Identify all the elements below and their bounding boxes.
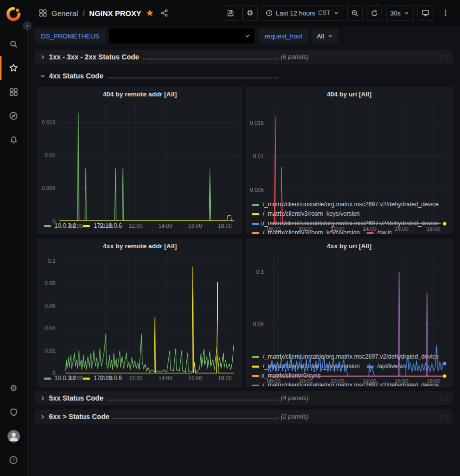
sidebar-item-profile[interactable]: [0, 424, 27, 448]
dashboard-toolbar: ⚙ Last 12 hours CST 30s: [223, 5, 453, 21]
panel-404-by-remote-addr: 404 by remote addr [All] 00.0050.010.015…: [37, 87, 242, 234]
sidebar-item-server-admin[interactable]: [0, 400, 27, 424]
svg-text:08:00: 08:00: [267, 226, 281, 232]
svg-text:?: ?: [12, 457, 14, 463]
help-icon: ?: [9, 456, 18, 465]
svg-text:18:00: 18:00: [427, 226, 441, 232]
variable-host-select[interactable]: [109, 28, 254, 43]
bell-icon: [9, 136, 18, 144]
svg-text:10:00: 10:00: [299, 226, 313, 232]
row-4xx[interactable]: 4xx Status Code: [35, 69, 453, 83]
variable-request-host-label[interactable]: request_host: [259, 28, 308, 43]
share-icon: [160, 9, 168, 17]
row-title: 4xx Status Code: [49, 72, 103, 80]
tv-mode-button[interactable]: [418, 5, 434, 21]
svg-text:12:00: 12:00: [129, 223, 143, 229]
sidebar-item-explore[interactable]: [0, 104, 27, 128]
zoom-out-icon: [351, 9, 359, 17]
time-range-label: Last 12 hours: [276, 9, 315, 17]
row-5xx[interactable]: 5xx Status Code (4 panels) ⋮⋮: [35, 391, 453, 405]
row-1xx-3xx-2xx[interactable]: 1xx - 3xx - 2xx Status Code (6 panels) ⋮…: [35, 50, 453, 64]
svg-text:16:00: 16:00: [395, 226, 409, 232]
svg-text:0: 0: [52, 218, 55, 224]
refresh-dashboard-button[interactable]: [367, 5, 382, 21]
star-icon: [9, 63, 18, 72]
chevron-down-icon: [333, 10, 339, 16]
sidebar-item-starred[interactable]: [0, 56, 27, 80]
dashboard-apps-icon[interactable]: [39, 9, 47, 17]
svg-text:14:00: 14:00: [158, 375, 172, 381]
dashboard-settings-button[interactable]: ⚙: [242, 5, 258, 21]
svg-text:0.05: 0.05: [253, 321, 264, 327]
avatar: [7, 430, 20, 443]
svg-text:0.01: 0.01: [45, 152, 55, 158]
svg-text:18:00: 18:00: [218, 375, 232, 381]
save-dashboard-button[interactable]: [223, 5, 238, 21]
kebab-icon: [442, 9, 449, 17]
panel-404-by-uri: 404 by uri [All] 00.0050.010.01508:0010:…: [246, 87, 453, 234]
row-drag-handle[interactable]: ⋮⋮: [438, 395, 450, 402]
breadcrumb-separator: /: [82, 9, 84, 17]
chevron-down-icon: [327, 33, 333, 39]
svg-text:08:00: 08:00: [69, 223, 83, 229]
panel-title[interactable]: 4xx by remote addr [All]: [38, 239, 242, 252]
svg-text:0.08: 0.08: [45, 280, 55, 286]
favorite-star-icon[interactable]: [146, 9, 154, 17]
panel-4xx-by-remote-addr: 4xx by remote addr [All] 00.020.040.060.…: [37, 239, 242, 387]
timeseries-chart-4xx-by-uri[interactable]: 00.050.108:0010:0012:0014:0016:0018:00: [246, 252, 452, 351]
dashboard-scroll-area[interactable]: 1xx - 3xx - 2xx Status Code (6 panels) ⋮…: [27, 46, 460, 476]
grafana-logo[interactable]: [4, 5, 22, 23]
svg-text:16:00: 16:00: [395, 378, 409, 384]
svg-text:16:00: 16:00: [188, 223, 202, 229]
variable-request-host-select[interactable]: All: [312, 28, 338, 43]
dashboard-variables-row: DS_PROMETHEUS request_host All: [27, 26, 460, 46]
svg-text:0.01: 0.01: [253, 153, 264, 159]
svg-text:0.015: 0.015: [41, 119, 55, 125]
panel-grid: 404 by remote addr [All] 00.0050.010.015…: [37, 87, 453, 387]
row-6xx[interactable]: 6xx > Status Code (2 panels) ⋮⋮: [35, 410, 453, 424]
panel-title[interactable]: 404 by uri [All]: [246, 87, 452, 100]
variable-request-host-value: All: [317, 32, 324, 40]
svg-text:18:00: 18:00: [218, 223, 232, 229]
row-drag-handle[interactable]: ⋮⋮: [438, 53, 450, 61]
time-range-picker[interactable]: Last 12 hours CST: [262, 5, 343, 21]
panel-title[interactable]: 4xx by uri [All]: [246, 239, 452, 252]
svg-text:0.1: 0.1: [256, 269, 264, 275]
svg-text:12:00: 12:00: [331, 226, 345, 232]
apps-icon: [39, 9, 47, 17]
sidebar-expand-button[interactable]: ›: [23, 21, 31, 30]
user-icon: [7, 430, 20, 443]
chevron-down-icon: [404, 10, 410, 16]
timeseries-chart-404-by-remote-addr[interactable]: 00.0050.010.01508:0010:0012:0014:0016:00…: [38, 100, 242, 220]
sidebar-item-alerting[interactable]: [0, 128, 27, 152]
compass-icon: [9, 111, 18, 120]
panel-title[interactable]: 404 by remote addr [All]: [38, 87, 242, 100]
breadcrumb: General / NGINX PROXY: [39, 9, 168, 17]
timeseries-chart-404-by-uri[interactable]: 00.0050.010.01508:0010:0012:0014:0016:00…: [246, 100, 452, 199]
variable-ds-prometheus-label[interactable]: DS_PROMETHEUS: [35, 28, 105, 43]
timeseries-chart-4xx-by-remote-addr[interactable]: 00.020.040.060.080.108:0010:0012:0014:00…: [38, 252, 242, 373]
breadcrumb-folder[interactable]: General: [51, 9, 78, 17]
sidebar-item-configuration[interactable]: ⚙: [0, 376, 27, 400]
svg-text:0.1: 0.1: [48, 258, 55, 264]
sidebar: ⚙ ?: [0, 0, 27, 476]
breadcrumb-dashboard-title[interactable]: NGINX PROXY: [89, 9, 141, 17]
share-button[interactable]: [160, 9, 168, 17]
svg-text:14:00: 14:00: [363, 378, 377, 384]
sidebar-item-help[interactable]: ?: [0, 448, 27, 472]
row-drag-handle[interactable]: ⋮⋮: [438, 413, 450, 421]
svg-text:10:00: 10:00: [299, 378, 313, 384]
svg-text:0: 0: [52, 370, 55, 376]
search-icon: [9, 40, 18, 48]
chevron-right-icon: [38, 54, 47, 60]
refresh-interval-picker[interactable]: 30s: [386, 5, 414, 21]
svg-text:14:00: 14:00: [158, 223, 172, 229]
sidebar-item-search[interactable]: [0, 32, 27, 56]
refresh-icon: [371, 9, 378, 17]
row-dotted-leader: [107, 74, 278, 78]
svg-text:0.015: 0.015: [250, 120, 264, 126]
sidebar-item-dashboards[interactable]: [0, 80, 27, 104]
kebab-menu-button[interactable]: [438, 5, 453, 21]
zoom-out-time-button[interactable]: [347, 5, 363, 21]
svg-text:10:00: 10:00: [99, 223, 113, 229]
